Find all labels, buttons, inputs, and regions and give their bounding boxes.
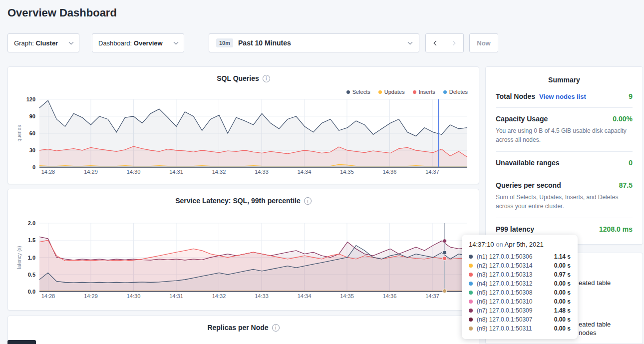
svg-text:1.5: 1.5	[28, 237, 35, 243]
legend-dot-icon	[346, 90, 350, 94]
svg-text:latency (s): latency (s)	[16, 246, 22, 269]
service-latency-card: Service Latency: SQL, 99th percentile i …	[7, 189, 479, 311]
service-latency-chart[interactable]: 0.00.51.01.52.014:2814:2914:3014:3114:32…	[8, 209, 480, 309]
legend-item-updates[interactable]: Updates	[378, 89, 405, 95]
p99-label: P99 latency	[496, 225, 534, 233]
svg-text:14:35: 14:35	[340, 293, 354, 299]
node-latency-value: 0.00 s	[554, 316, 571, 323]
graph-scope-dropdown[interactable]: Graph: Cluster	[7, 33, 79, 52]
svg-text:14:34: 14:34	[298, 169, 312, 175]
tooltip-node-row: (n5) 127.0.0.1:503080.00 s	[469, 288, 571, 297]
capacity-value: 0.00%	[613, 115, 633, 123]
svg-text:14:33: 14:33	[255, 169, 269, 175]
legend-item-deletes[interactable]: Deletes	[443, 89, 468, 95]
sql-queries-chart-title: SQL Queries	[217, 74, 259, 82]
svg-text:14:30: 14:30	[127, 169, 141, 175]
page-title: Overview Dashboard	[7, 6, 117, 19]
node-address: (n6) 127.0.0.1:50310	[477, 298, 554, 305]
time-range-dropdown[interactable]: 10m Past 10 Minutes	[209, 33, 419, 52]
p99-value: 1208.0 ms	[599, 225, 633, 233]
node-color-dot-icon	[469, 273, 473, 277]
event-text-fragment: eated table	[579, 279, 611, 287]
svg-text:14:28: 14:28	[41, 169, 55, 175]
svg-text:60: 60	[29, 130, 35, 136]
chevron-down-icon	[69, 39, 74, 44]
node-color-dot-icon	[469, 300, 473, 304]
dashboard-text: Dashboard: Overview	[98, 39, 163, 47]
svg-text:14:37: 14:37	[425, 293, 439, 299]
svg-text:14:32: 14:32	[212, 293, 226, 299]
svg-text:14:32: 14:32	[212, 169, 226, 175]
qps-desc: Sum of Selects, Updates, Inserts, and De…	[496, 193, 632, 211]
sql-queries-chart[interactable]: 030609012014:2814:2914:3014:3114:3214:33…	[8, 95, 480, 180]
svg-text:14:37: 14:37	[425, 169, 439, 175]
tooltip-time: 14:37:10	[469, 241, 494, 248]
node-latency-value: 0.00 s	[554, 289, 571, 296]
legend-dot-icon	[443, 90, 447, 94]
node-address: (n4) 127.0.0.1:50312	[477, 280, 554, 287]
svg-text:14:31: 14:31	[169, 169, 183, 175]
summary-row-qps: Queries per second 87.5 Sum of Selects, …	[496, 174, 633, 218]
graph-scope-label: Graph:	[14, 39, 34, 47]
chevron-down-icon	[408, 39, 413, 44]
legend-label: Updates	[384, 89, 405, 95]
svg-text:14:28: 14:28	[41, 293, 55, 299]
info-icon[interactable]: i	[263, 75, 270, 82]
svg-text:0.0: 0.0	[28, 289, 35, 295]
replicas-chart-title: Replicas per Node	[207, 324, 268, 332]
info-icon[interactable]: i	[272, 324, 280, 332]
sql-queries-legend: SelectsUpdatesInsertsDeletes	[346, 89, 468, 95]
unavailable-label: Unavailable ranges	[496, 159, 560, 167]
dashboard-value: Overview	[134, 39, 163, 47]
summary-row-capacity: Capacity Usage 0.00% You are using 0 B o…	[496, 107, 633, 151]
node-address: (n5) 127.0.0.1:50308	[477, 289, 554, 296]
node-color-dot-icon	[469, 264, 473, 268]
tooltip-node-row: (n1) 127.0.0.1:503061.14 s	[469, 252, 571, 261]
node-address: (n2) 127.0.0.1:50314	[477, 262, 554, 269]
tooltip-node-row: (n9) 127.0.0.1:503110.00 s	[469, 324, 571, 333]
chevron-down-icon	[174, 39, 179, 44]
svg-text:queries: queries	[16, 125, 22, 142]
time-next-button[interactable]	[444, 33, 464, 52]
summary-row-unavailable: Unavailable ranges 0	[496, 151, 633, 174]
view-nodes-list-link[interactable]: View nodes list	[539, 93, 586, 100]
node-latency-value: 0.00 s	[554, 262, 571, 269]
legend-label: Inserts	[419, 89, 435, 95]
info-icon[interactable]: i	[304, 197, 312, 205]
replicas-per-node-card: Replicas per Node i	[7, 316, 479, 344]
svg-text:14:36: 14:36	[383, 293, 397, 299]
legend-dot-icon	[378, 90, 382, 94]
svg-text:120: 120	[26, 96, 35, 102]
chart-hover-tooltip: 14:37:10 on Apr 5th, 2021 (n1) 127.0.0.1…	[462, 235, 578, 339]
node-address: (n7) 127.0.0.1:50309	[477, 307, 554, 314]
qps-label: Queries per second	[496, 181, 561, 189]
svg-text:1.0: 1.0	[28, 255, 35, 261]
legend-item-inserts[interactable]: Inserts	[413, 89, 435, 95]
chevron-left-icon	[434, 40, 439, 45]
node-color-dot-icon	[469, 255, 473, 259]
node-color-dot-icon	[469, 327, 473, 331]
node-latency-value: 0.00 s	[554, 325, 571, 332]
total-nodes-text: Total Nodes	[496, 92, 535, 100]
tooltip-node-row: (n6) 127.0.0.1:503100.00 s	[469, 297, 571, 306]
unavailable-value: 0	[629, 159, 633, 167]
tooltip-node-row: (n4) 127.0.0.1:503120.00 s	[469, 279, 571, 288]
node-latency-value: 0.00 s	[554, 298, 571, 305]
summary-title: Summary	[486, 67, 643, 84]
tooltip-timestamp: 14:37:10 on Apr 5th, 2021	[469, 241, 571, 248]
chevron-right-icon	[450, 40, 455, 45]
tooltip-node-row: (n8) 127.0.0.1:503070.00 s	[469, 315, 571, 324]
time-prev-button[interactable]	[425, 33, 445, 52]
capacity-desc: You are using 0 B of 4.5 GiB usable disk…	[496, 126, 632, 144]
graph-scope-text: Graph: Cluster	[14, 39, 58, 47]
tooltip-rows: (n1) 127.0.0.1:503061.14 s(n2) 127.0.0.1…	[469, 252, 571, 333]
graph-scope-value: Cluster	[35, 39, 58, 47]
capacity-label: Capacity Usage	[496, 115, 548, 123]
tooltip-node-row: (n7) 127.0.0.1:503091.48 s	[469, 306, 571, 315]
now-button[interactable]: Now	[469, 33, 498, 52]
node-address: (n9) 127.0.0.1:50311	[477, 325, 554, 332]
dashboard-dropdown[interactable]: Dashboard: Overview	[92, 33, 184, 52]
overview-dashboard-page: Overview Dashboard Graph: Cluster Dashbo…	[0, 0, 644, 344]
legend-item-selects[interactable]: Selects	[346, 89, 370, 95]
node-address: (n1) 127.0.0.1:50306	[477, 253, 554, 260]
